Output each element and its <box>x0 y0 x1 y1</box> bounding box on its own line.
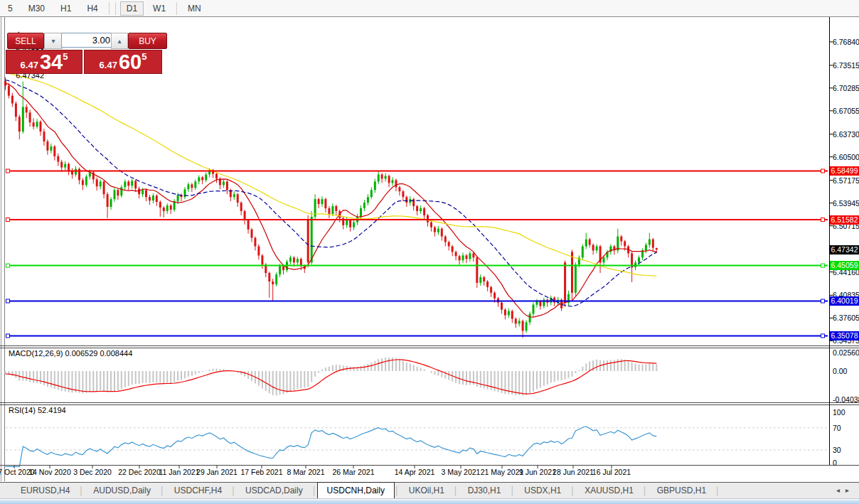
price-axis-tick: 6.73515 <box>833 61 858 70</box>
level-line-handle[interactable] <box>6 299 10 303</box>
level-line-handle[interactable] <box>821 218 825 222</box>
chart-tab-bar: EURUSD,H4│AUDUSD,Daily│USDCHF,H4│USDCAD,… <box>0 482 859 499</box>
tab-separator-icon: │ <box>715 483 720 498</box>
tab-scroll-arrows: ◂▸ <box>836 486 855 494</box>
volume-input[interactable] <box>61 33 114 48</box>
candle <box>349 219 351 232</box>
level-line-handle[interactable] <box>821 334 825 338</box>
candle <box>64 161 66 171</box>
candle <box>385 173 387 182</box>
candle <box>490 286 492 297</box>
candle <box>57 154 59 166</box>
current-price-badge: 6.47342 <box>830 245 859 254</box>
candle <box>392 177 394 186</box>
chart-tab-xauusd[interactable]: XAUUSD,H1 <box>575 483 643 498</box>
sell-button[interactable]: SELL <box>7 33 44 49</box>
price-axis-tick: 6.53945 <box>833 199 858 208</box>
candle <box>272 279 274 301</box>
candle <box>33 118 35 129</box>
ma-line-60 <box>6 73 657 277</box>
level-line-handle[interactable] <box>6 169 10 173</box>
chart-tab-usdx[interactable]: USDX,H1 <box>515 483 570 498</box>
rsi-axis-tick: 30 <box>833 446 858 454</box>
level-line-handle[interactable] <box>6 218 10 222</box>
candle <box>174 199 176 212</box>
candle <box>138 186 140 198</box>
level-line-handle[interactable] <box>6 334 10 338</box>
candle <box>124 179 126 190</box>
buy-price-pip: 5 <box>142 51 146 62</box>
chart-tab-dj30[interactable]: DJ30,H1 <box>459 483 511 498</box>
candle <box>26 104 28 119</box>
candle <box>412 198 415 210</box>
chart-tab-usdchf[interactable]: USDCHF,H4 <box>165 483 231 498</box>
candle <box>307 215 309 267</box>
candle <box>134 179 137 192</box>
candle <box>15 102 17 122</box>
candle <box>314 194 316 220</box>
candle <box>85 175 87 188</box>
chart-tab-ukoil[interactable]: UKOil,H1 <box>400 483 454 498</box>
candle <box>60 160 63 172</box>
buy-price-display[interactable]: 6.47 60 5 <box>84 50 162 74</box>
price-axis-tick: 6.70285 <box>833 84 858 92</box>
candle <box>641 248 644 260</box>
chart-tab-gbpusd[interactable]: GBPUSD,H1 <box>648 483 715 498</box>
chart-tab-eurusd[interactable]: EURUSD,H4 <box>11 483 79 498</box>
candle <box>275 272 277 286</box>
level-line-handle[interactable] <box>821 299 825 303</box>
candle <box>191 183 193 192</box>
candle <box>53 145 55 161</box>
candle <box>546 299 548 307</box>
candle <box>331 203 334 216</box>
candle <box>43 129 46 146</box>
level-line-handle[interactable] <box>6 264 10 267</box>
candle <box>402 190 404 201</box>
rsi-axis-tick: 0 <box>833 459 858 467</box>
candle <box>444 235 447 247</box>
tab-scroll-left-icon[interactable]: ◂ <box>836 486 845 494</box>
candle <box>609 245 612 255</box>
candle <box>434 226 436 237</box>
rsi-label: RSI(14) 52.4194 <box>9 406 66 414</box>
tab-scroll-right-icon[interactable]: ▸ <box>845 486 855 494</box>
candle <box>68 163 70 176</box>
candle <box>479 274 481 286</box>
macd-label: MACD(12,26,9) 0.006529 0.008444 <box>9 349 132 358</box>
level-price-badge: 6.45059 <box>830 261 859 270</box>
candlestick-chart[interactable] <box>0 0 859 504</box>
candle <box>324 198 326 213</box>
level-line-handle[interactable] <box>821 169 825 173</box>
date-axis-label: 16 Jul 2021 <box>587 468 636 476</box>
rsi-axis-tick: 70 <box>833 424 858 432</box>
candle <box>163 206 165 218</box>
candle <box>29 109 31 127</box>
sell-price-display[interactable]: 6.47 34 5 <box>6 50 82 74</box>
candle <box>240 201 242 215</box>
volume-decrease-button[interactable]: ▾ <box>44 33 63 49</box>
chart-tab-usdcad[interactable]: USDCAD,Daily <box>236 483 312 498</box>
candle <box>441 227 443 241</box>
candle <box>156 194 158 206</box>
candle <box>223 179 225 188</box>
volume-increase-button[interactable]: ▴ <box>111 33 128 49</box>
candle <box>652 238 654 252</box>
chart-tab-audusd[interactable]: AUDUSD,Daily <box>84 483 160 498</box>
macd-axis-tick: 0.025609 <box>833 348 858 357</box>
chart-tab-usdcnh[interactable]: USDCNH,Daily <box>317 482 395 498</box>
candle <box>36 119 38 129</box>
candle <box>254 237 256 251</box>
candle <box>582 245 584 261</box>
candle <box>398 186 400 195</box>
level-line-handle[interactable] <box>821 264 825 267</box>
level-price-badge: 6.58499 <box>830 166 859 176</box>
tab-separator-icon: │ <box>643 483 648 498</box>
candle <box>40 120 42 136</box>
candle <box>205 173 207 183</box>
candle <box>370 187 373 199</box>
buy-button[interactable]: BUY <box>128 33 167 49</box>
tab-separator-icon: │ <box>510 483 515 498</box>
date-axis-label: 14 Apr 2021 <box>390 468 439 476</box>
candle <box>575 262 577 296</box>
candle <box>529 312 531 326</box>
